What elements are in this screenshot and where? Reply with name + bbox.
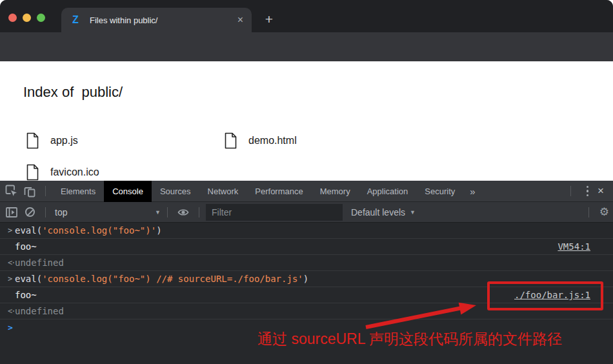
file-icon (26, 132, 39, 149)
prompt-chevron-icon: > (0, 323, 15, 332)
tab-console[interactable]: Console (104, 181, 152, 202)
more-tabs-icon[interactable]: » (463, 186, 481, 197)
console-result-row: <· undefined (0, 255, 613, 271)
clear-console-icon[interactable] (21, 203, 39, 221)
console-input-row: > eval('console.log("foo~")') (0, 223, 613, 239)
tab-network[interactable]: Network (199, 181, 247, 202)
chevron-down-icon: ▼ (410, 209, 416, 216)
console-result-text: undefined (15, 258, 64, 268)
execution-context-dropdown[interactable]: top ▼ (52, 207, 161, 217)
console-input-code: eval('console.log("foo~")') (15, 225, 162, 236)
file-item-demohtml[interactable]: demo.html (224, 132, 297, 149)
console-log-row: foo~ VM54:1 (0, 239, 613, 255)
new-tab-button[interactable]: + (261, 12, 277, 28)
traffic-lights (8, 14, 45, 22)
close-window-button[interactable] (8, 14, 17, 22)
file-icon (26, 164, 39, 181)
console-log-text: foo~ (15, 241, 37, 252)
file-name: app.js (50, 135, 78, 147)
tab-sources[interactable]: Sources (152, 181, 199, 202)
devtools-close-icon[interactable]: × (598, 185, 604, 197)
tab-application[interactable]: Application (359, 181, 417, 202)
log-levels-dropdown[interactable]: Default levels ▼ (351, 207, 416, 217)
filter-input[interactable] (206, 204, 343, 221)
console-log-text: foo~ (15, 290, 37, 300)
file-name: favicon.ico (50, 167, 99, 178)
tab-title: Files within public/ (90, 15, 237, 25)
divider (45, 207, 46, 217)
divider (45, 186, 46, 196)
divider (199, 207, 199, 217)
source-link-foo-bar[interactable]: ./foo/bar.js:1 (514, 290, 590, 300)
console-input-row: > eval('console.log("foo~") //# sourceUR… (0, 271, 613, 287)
devtools-panel: Elements Console Sources Network Perform… (0, 181, 613, 364)
device-toolbar-icon[interactable] (21, 182, 39, 200)
browser-tab[interactable]: Z Files within public/ × (61, 8, 252, 32)
console-toolbar: top ▼ Default levels ▼ ⚙ (0, 202, 613, 223)
live-expression-eye-icon[interactable] (174, 203, 192, 221)
console-result-row: <· undefined (0, 303, 613, 319)
result-chevron-icon: <· (0, 258, 15, 267)
browser-toolbar: ← → i localhost:5000 ☆ (0, 32, 613, 61)
tab-memory[interactable]: Memory (312, 181, 359, 202)
devtools-tab-bar: Elements Console Sources Network Perform… (0, 181, 613, 202)
file-item-faviconico[interactable]: favicon.ico (26, 164, 99, 181)
file-name: demo.html (248, 135, 297, 147)
chevron-down-icon: ▼ (155, 209, 161, 216)
zoom-window-button[interactable] (37, 14, 45, 22)
tab-security[interactable]: Security (416, 181, 463, 202)
source-link-vm54[interactable]: VM54:1 (558, 241, 590, 252)
context-label: top (55, 207, 67, 217)
tab-strip: Z Files within public/ × + (0, 0, 613, 32)
console-result-text: undefined (15, 306, 64, 316)
file-icon (224, 132, 237, 149)
console-log-row: foo~ ./foo/bar.js:1 (0, 287, 613, 303)
console-input-code: eval('console.log("foo~") //# sourceURL=… (15, 274, 308, 284)
page-title: Index of public/ (23, 84, 123, 101)
divider (588, 207, 589, 217)
file-item-appjs[interactable]: app.js (26, 132, 78, 149)
divider (167, 207, 168, 217)
devtools-menu-icon[interactable] (587, 186, 589, 197)
tab-performance[interactable]: Performance (246, 181, 311, 202)
site-favicon-icon: Z (72, 14, 84, 26)
tab-elements[interactable]: Elements (52, 181, 104, 202)
result-chevron-icon: <· (0, 307, 15, 316)
minimize-window-button[interactable] (23, 14, 31, 22)
tab-close-icon[interactable]: × (237, 15, 243, 25)
divider (570, 186, 571, 196)
console-settings-gear-icon[interactable]: ⚙ (599, 205, 609, 219)
web-page-content: Index of public/ app.js demo.html favico… (0, 61, 613, 181)
inspect-element-icon[interactable] (3, 182, 21, 200)
log-levels-label: Default levels (351, 207, 405, 217)
browser-window: Z Files within public/ × + ← → i localho… (0, 0, 613, 364)
input-chevron-icon: > (0, 274, 15, 283)
console-sidebar-icon[interactable] (3, 203, 21, 221)
console-log: > eval('console.log("foo~")') foo~ VM54:… (0, 223, 613, 336)
annotation-text: 通过 sourceURL 声明这段代码所属的文件路径 (213, 329, 607, 349)
input-chevron-icon: > (0, 226, 15, 235)
